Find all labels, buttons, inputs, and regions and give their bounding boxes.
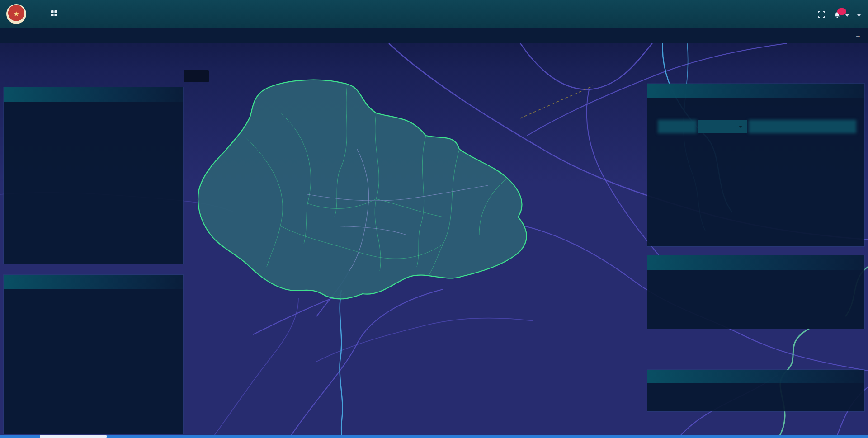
fullscreen-icon[interactable] [818,11,825,20]
period-select[interactable] [698,120,747,133]
chevron-down-icon [739,126,742,128]
panel-warning-disposal [647,370,864,411]
notification-badge [837,8,846,15]
filter-label [658,120,697,133]
app-header: ★ [0,0,868,28]
date-field[interactable] [749,120,856,133]
platform-link[interactable]: → [853,32,861,39]
chevron-down-icon[interactable] [845,14,849,17]
dashboard: ★ [0,0,868,438]
main-nav: → [0,28,868,43]
system-nav-button[interactable] [51,10,61,18]
grid-nav-icon [51,10,57,18]
panel-enterprise-stats [4,87,183,264]
subnav-shortcuts [0,43,307,81]
panel-two-key-one-major [4,275,183,434]
panel-abnormal-monitoring [647,255,864,329]
arrow-right-icon: → [855,32,861,39]
horizontal-scrollbar[interactable] [0,435,868,438]
panel-warning-stats [647,84,864,246]
scrollbar-thumb[interactable] [40,435,107,438]
chevron-down-icon[interactable] [857,14,861,17]
app-logo-icon: ★ [6,4,26,24]
bell-icon[interactable] [833,11,841,19]
